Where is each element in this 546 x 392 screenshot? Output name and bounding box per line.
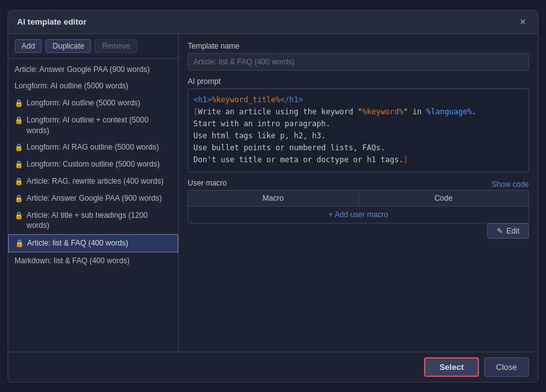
list-item[interactable]: Longform: AI outline (5000 words)	[8, 78, 178, 95]
list-item-label: Longform: AI outline + context (5000 wor…	[27, 115, 172, 136]
close-button[interactable]: Close	[484, 357, 529, 377]
edit-button[interactable]: ✎ Edit	[487, 223, 529, 239]
dialog-body: Add Duplicate Remove Article: Answer Goo…	[8, 34, 538, 352]
prompt-text-1: Write an article using the keyword "	[198, 107, 362, 116]
list-item-label: Article: Answer Google PAA (900 words)	[27, 193, 162, 204]
prompt-line-5: Don't use title or meta or doctype or h1…	[193, 155, 403, 164]
prompt-h1-close: </h1>	[280, 95, 303, 104]
prompt-keyword-var: %keyword%	[362, 107, 403, 116]
list-item-label: Markdown: list & FAQ (400 words)	[15, 256, 130, 266]
list-item[interactable]: 🔒Article: RAG, rewrite articles (400 wor…	[8, 173, 178, 190]
prompt-text-3: .	[472, 107, 476, 116]
edit-btn-row: ✎ Edit	[188, 223, 529, 239]
template-name-section: Template name	[188, 42, 529, 71]
lock-icon: 🔒	[15, 211, 23, 220]
list-item-label: Article: Answer Google PAA (900 words)	[15, 64, 150, 75]
user-macro-header: User macro Show code	[188, 179, 529, 190]
prompt-keyword-title: %keyword_title%	[212, 95, 280, 104]
list-item-label: Article: AI title + sub headings (1200 w…	[27, 210, 172, 232]
prompt-language-var: %language%	[426, 107, 471, 116]
list-item-label: Article: RAG, rewrite articles (400 word…	[27, 176, 164, 187]
list-item[interactable]: 🔒Longform: Custom outline (5000 words)	[8, 156, 178, 173]
list-item-label: Longform: Custom outline (5000 words)	[27, 159, 160, 170]
lock-icon: 🔒	[15, 116, 23, 125]
template-name-label: Template name	[188, 42, 529, 50]
template-name-input[interactable]	[188, 53, 529, 71]
macro-table: Macro Code + Add user macro	[188, 190, 529, 223]
lock-icon: 🔒	[15, 98, 23, 108]
prompt-line-3: Use html tags like p, h2, h3.	[193, 131, 326, 140]
remove-button[interactable]: Remove	[95, 39, 137, 53]
lock-icon: 🔒	[15, 239, 24, 248]
ai-prompt-section: AI prompt <h1>%keyword_title%</h1> [Writ…	[188, 77, 529, 172]
list-item[interactable]: 🔒Article: list & FAQ (400 words)	[8, 234, 178, 252]
duplicate-button[interactable]: Duplicate	[46, 39, 91, 53]
user-macro-label: User macro	[188, 179, 227, 187]
lock-icon: 🔒	[15, 194, 23, 203]
list-item[interactable]: Markdown: list & FAQ (400 words)	[8, 252, 178, 270]
macro-table-header: Macro Code	[188, 191, 528, 206]
lock-icon: 🔒	[15, 160, 23, 169]
list-item-label: Article: list & FAQ (400 words)	[27, 238, 128, 249]
list-item[interactable]: 🔒Article: Answer Google PAA (900 words)	[8, 190, 178, 207]
add-button[interactable]: Add	[15, 39, 42, 53]
list-item[interactable]: 🔒Longform: AI outline + context (5000 wo…	[8, 112, 178, 140]
list-item[interactable]: 🔒Longform: AI outline (5000 words)	[8, 95, 178, 112]
left-panel: Add Duplicate Remove Article: Answer Goo…	[8, 34, 179, 352]
dialog-header: AI template editor ×	[8, 11, 538, 34]
right-panel: Template name AI prompt <h1>%keyword_tit…	[179, 34, 538, 352]
prompt-line-4: Use bullet points or numbered lists, FAQ…	[193, 143, 385, 152]
list-item-label: Longform: AI RAG outline (5000 words)	[27, 142, 159, 153]
list-item[interactable]: Article: Answer Google PAA (900 words)	[8, 61, 178, 78]
dialog-footer: Select Close	[8, 352, 538, 382]
pencil-icon: ✎	[497, 227, 503, 235]
macro-col-macro: Macro	[188, 191, 359, 206]
lock-icon: 🔒	[15, 177, 23, 186]
show-code-link[interactable]: Show code	[492, 180, 529, 189]
user-macro-section: User macro Show code Macro Code + Add us…	[188, 179, 529, 239]
list-item-label: Longform: AI outline (5000 words)	[15, 81, 128, 92]
prompt-text-2: " in	[403, 107, 426, 116]
ai-prompt-label: AI prompt	[188, 77, 529, 86]
dialog-close-button[interactable]: ×	[517, 16, 529, 28]
list-item[interactable]: 🔒Longform: AI RAG outline (5000 words)	[8, 139, 178, 156]
ai-prompt-content[interactable]: <h1>%keyword_title%</h1> [Write an artic…	[188, 88, 529, 172]
macro-col-code: Code	[359, 191, 529, 206]
template-list: Article: Answer Google PAA (900 words)Lo…	[8, 59, 178, 352]
list-item[interactable]: 🔒Article: AI title + sub headings (1200 …	[8, 207, 178, 235]
add-macro-button[interactable]: + Add user macro	[188, 206, 528, 223]
dialog-title: AI template editor	[17, 17, 87, 27]
prompt-h1-open: <h1>	[193, 95, 212, 104]
left-toolbar: Add Duplicate Remove	[8, 34, 178, 59]
edit-label: Edit	[506, 227, 519, 235]
ai-template-editor-dialog: AI template editor × Add Duplicate Remov…	[8, 10, 538, 383]
select-button[interactable]: Select	[424, 357, 478, 377]
lock-icon: 🔒	[15, 143, 23, 152]
prompt-bracket-close: ]	[403, 155, 408, 164]
prompt-line-2: Start with an intro paragraph.	[193, 119, 331, 128]
list-item-label: Longform: AI outline (5000 words)	[27, 98, 140, 109]
